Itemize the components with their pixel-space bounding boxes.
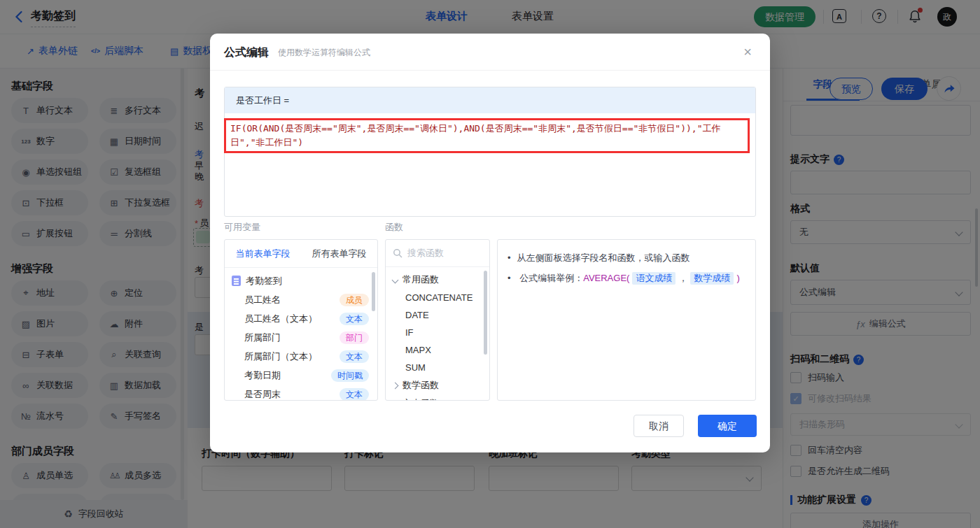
app-root: 考勤签到 表单设计 表单设置 数据管理 A ? 政 ↗ 表单外链 </> 后端脚… — [0, 0, 980, 528]
variable-type-badge: 部门 — [340, 331, 369, 344]
cancel-button[interactable]: 取消 — [634, 415, 684, 437]
variable-name: 考勤日期 — [244, 369, 331, 382]
example-function-open: AVERAGE( — [583, 273, 629, 283]
variable-type-badge: 成员 — [340, 294, 369, 306]
variable-row[interactable]: 所属部门 部门 — [225, 328, 377, 347]
variable-name: 所属部门 — [244, 331, 340, 344]
search-icon — [393, 248, 402, 258]
function-item[interactable]: MAPX — [386, 341, 489, 359]
close-icon[interactable]: × — [739, 43, 756, 60]
chevron-down-icon — [392, 276, 399, 283]
formula-segment[interactable]: IF(OR(AND( — [230, 123, 285, 134]
variables-label: 可用变量 — [224, 221, 260, 234]
formula-tips-panel: 从左侧面板选择字段名和函数，或输入函数 公式编辑举例：AVERAGE(语文成绩，… — [497, 239, 756, 401]
variable-root-row[interactable]: 考勤签到 — [225, 271, 377, 290]
function-search[interactable]: 搜索函数 — [386, 240, 489, 267]
formula-editor[interactable]: IF(OR(AND(是否周末=="周末",是否周末=="调休日"),AND(是否… — [224, 118, 750, 153]
function-item[interactable]: DATE — [386, 306, 489, 324]
formula-segment[interactable]: =="调休日"),AND( — [403, 123, 485, 134]
variable-name: 所属部门（文本） — [244, 350, 340, 363]
functions-scrollbar[interactable] — [484, 271, 487, 355]
formula-segment[interactable]: =="周末", — [321, 123, 367, 134]
functions-label: 函数 — [385, 221, 403, 234]
variable-row[interactable]: 所属部门（文本） 文本 — [225, 347, 377, 366]
function-item[interactable]: IF — [386, 324, 489, 341]
variables-panel: 当前表单字段 所有表单字段 考勤签到 员工姓名 成员 员工姓名（文本） 文本 — [224, 239, 378, 401]
formula-segment[interactable]: 是否周末 — [285, 123, 321, 134]
function-group-math[interactable]: 数学函数 — [386, 376, 489, 394]
formula-segment[interactable]: 是否节假日 — [577, 123, 622, 134]
confirm-button[interactable]: 确定 — [698, 415, 757, 437]
variable-type-badge: 时间戳 — [331, 369, 369, 382]
variable-type-badge: 文本 — [340, 313, 369, 325]
variable-type-badge: 文本 — [340, 388, 369, 401]
variables-scrollbar[interactable] — [372, 272, 375, 311]
tab-current-form-fields[interactable]: 当前表单字段 — [225, 248, 301, 260]
modal-title: 公式编辑 — [224, 34, 269, 71]
example-function-close: ) — [736, 273, 739, 283]
variable-row[interactable]: 是否周末 文本 — [225, 385, 377, 401]
formula-segment[interactable]: =="非周末", — [522, 123, 577, 134]
tip-line-2: 公式编辑举例：AVERAGE(语文成绩，数学成绩) — [507, 271, 746, 285]
formula-target-field: 是否工作日 = — [225, 87, 755, 113]
variable-row[interactable]: 考勤日期 时间戳 — [225, 366, 377, 385]
formula-edit-modal: 公式编辑 使用数学运算符编辑公式 × 是否工作日 = IF(OR(AND(是否周… — [210, 34, 770, 452]
chevron-right-icon — [392, 382, 399, 389]
search-placeholder: 搜索函数 — [407, 247, 444, 259]
example-field-chip: 语文成绩 — [632, 272, 676, 285]
function-item[interactable]: SUM — [386, 359, 489, 376]
variable-name: 是否周末 — [244, 388, 340, 401]
function-group-common[interactable]: 常用函数 — [386, 271, 489, 289]
functions-panel: 搜索函数 常用函数 CONCATENATEDATEIFMAPXSUM 数学函数 … — [385, 239, 490, 401]
modal-header: 公式编辑 使用数学运算符编辑公式 × — [210, 34, 770, 71]
function-item[interactable]: CONCATENATE — [386, 289, 489, 306]
variable-name: 员工姓名（文本） — [244, 313, 340, 325]
variable-row[interactable]: 员工姓名 成员 — [225, 290, 377, 309]
function-group-text[interactable]: 文本函数 — [386, 394, 489, 401]
variable-row[interactable]: 员工姓名（文本） 文本 — [225, 309, 377, 328]
formula-segment[interactable]: 是否周末 — [367, 123, 403, 134]
tip-line-1: 从左侧面板选择字段名和函数，或输入函数 — [507, 251, 746, 265]
formula-container: 是否工作日 = IF(OR(AND(是否周末=="周末",是否周末=="调休日"… — [224, 87, 756, 217]
variable-type-badge: 文本 — [340, 350, 369, 363]
form-doc-icon — [232, 276, 241, 286]
chevron-right-icon — [392, 400, 399, 401]
variable-name: 员工姓名 — [244, 294, 340, 306]
variables-tabs: 当前表单字段 所有表单字段 — [225, 240, 377, 268]
formula-segment[interactable]: 是否周末 — [486, 123, 522, 134]
example-field-chip: 数学成绩 — [690, 272, 734, 285]
modal-subtitle: 使用数学运算符编辑公式 — [278, 34, 370, 72]
tab-all-form-fields[interactable]: 所有表单字段 — [301, 248, 377, 260]
